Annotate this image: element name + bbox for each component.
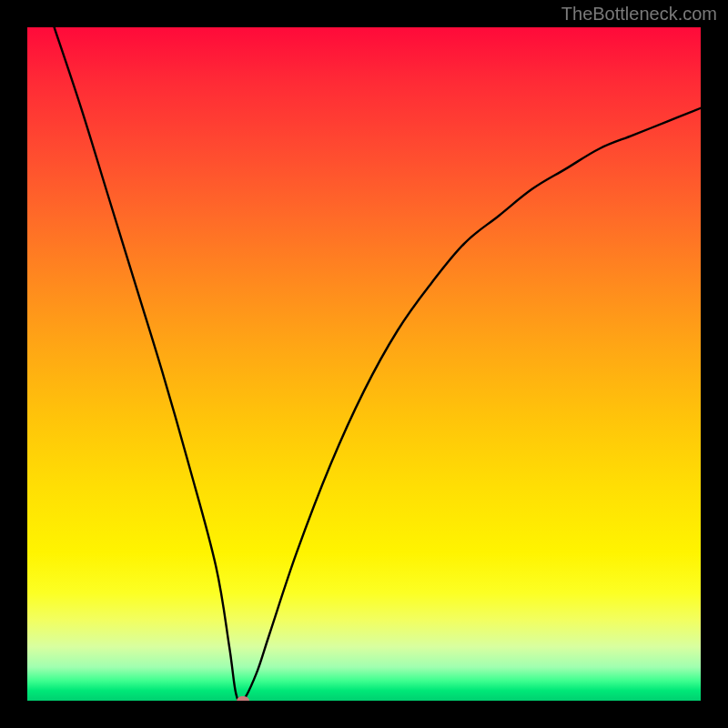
watermark-text: TheBottleneck.com — [561, 4, 717, 25]
plot-area — [27, 27, 701, 701]
bottleneck-curve — [55, 27, 701, 701]
curve-layer — [27, 27, 701, 701]
minimum-marker — [237, 696, 249, 701]
